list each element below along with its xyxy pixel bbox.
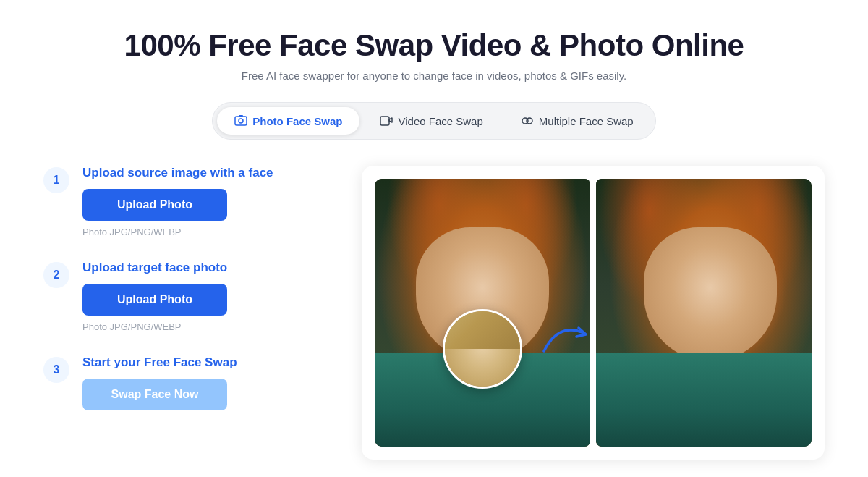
tab-multiple[interactable]: Multiple Face Swap xyxy=(503,107,651,135)
step-2: 2 Upload target face photo Upload Photo … xyxy=(43,261,318,332)
result-image xyxy=(596,179,812,447)
page-wrapper: 100% Free Face Swap Video & Photo Online… xyxy=(0,0,868,477)
step-3-number: 3 xyxy=(43,357,69,383)
step-2-content: Upload target face photo Upload Photo Ph… xyxy=(82,261,318,332)
face-right xyxy=(644,227,778,361)
photo-icon xyxy=(234,114,247,127)
tabs-bar: Photo Face Swap Video Face Swap xyxy=(212,102,655,140)
tab-photo[interactable]: Photo Face Swap xyxy=(217,107,359,135)
source-image xyxy=(375,179,590,447)
preview-panel xyxy=(362,166,825,460)
step-1: 1 Upload source image with a face Upload… xyxy=(43,166,318,237)
upload-source-button[interactable]: Upload Photo xyxy=(82,189,227,221)
blonde-face xyxy=(445,311,520,387)
video-icon xyxy=(380,114,393,127)
upload-target-button[interactable]: Upload Photo xyxy=(82,284,227,316)
svg-rect-0 xyxy=(235,117,247,125)
step-2-number: 2 xyxy=(43,262,69,288)
tab-multiple-label: Multiple Face Swap xyxy=(539,115,634,127)
tab-video[interactable]: Video Face Swap xyxy=(362,107,500,135)
step-2-hint: Photo JPG/PNG/WEBP xyxy=(82,321,318,332)
step-3-content: Start your Free Face Swap Swap Face Now xyxy=(82,355,318,410)
clothing-right xyxy=(596,353,812,447)
images-row xyxy=(375,179,812,447)
step-1-label: Upload source image with a face xyxy=(82,166,318,180)
step-2-label: Upload target face photo xyxy=(82,261,318,275)
page-header: 100% Free Face Swap Video & Photo Online… xyxy=(43,29,825,82)
svg-rect-3 xyxy=(380,117,389,125)
svg-point-5 xyxy=(527,118,532,124)
step-3: 3 Start your Free Face Swap Swap Face No… xyxy=(43,355,318,410)
swap-face-button[interactable]: Swap Face Now xyxy=(82,379,227,410)
step-1-number: 1 xyxy=(43,167,69,193)
multiple-icon xyxy=(521,114,534,127)
tab-video-label: Video Face Swap xyxy=(398,115,482,127)
face-overlay-circle xyxy=(443,309,522,389)
svg-point-1 xyxy=(239,119,243,123)
blonde-hair xyxy=(445,311,520,349)
steps-panel: 1 Upload source image with a face Upload… xyxy=(43,166,318,434)
step-1-hint: Photo JPG/PNG/WEBP xyxy=(82,227,318,237)
page-title: 100% Free Face Swap Video & Photo Online xyxy=(43,29,825,62)
page-subtitle: Free AI face swapper for anyone to chang… xyxy=(43,69,825,82)
svg-rect-2 xyxy=(239,115,243,117)
content-area: 1 Upload source image with a face Upload… xyxy=(43,166,825,460)
step-3-label: Start your Free Face Swap xyxy=(82,355,318,370)
tabs-container: Photo Face Swap Video Face Swap xyxy=(43,102,825,140)
tab-photo-label: Photo Face Swap xyxy=(252,115,342,127)
step-1-content: Upload source image with a face Upload P… xyxy=(82,166,318,237)
